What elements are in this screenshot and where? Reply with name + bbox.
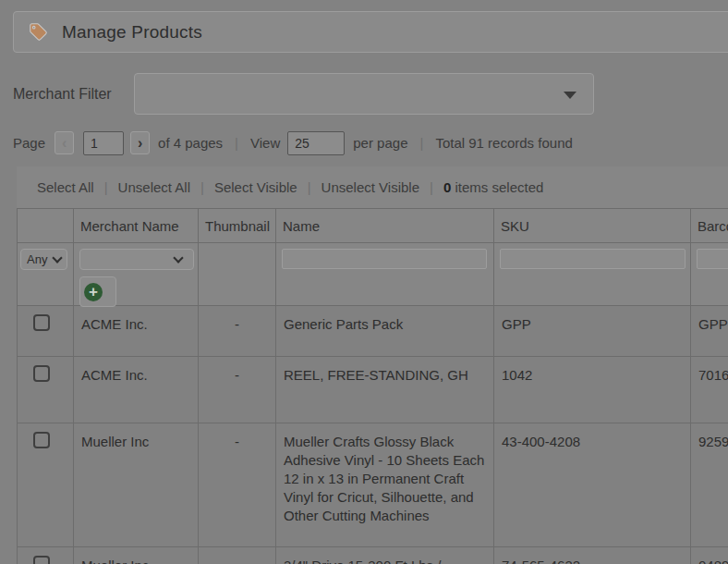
sku-cell: 74-565-4632 xyxy=(494,547,691,564)
chevron-down-icon xyxy=(564,92,576,99)
header-panel: Manage Products xyxy=(13,11,728,53)
table-header-row: Merchant Name Thumbnail Name SKU Barcode xyxy=(17,208,728,242)
pages-count-text: of 4 pages xyxy=(158,135,223,151)
separator: | xyxy=(104,179,108,195)
prev-page-button[interactable]: ‹ xyxy=(55,131,74,154)
merchant-cell: ACME Inc. xyxy=(74,306,199,356)
page-title: Manage Products xyxy=(62,22,202,43)
name-cell: REEL, FREE-STANDING, GH xyxy=(276,357,494,423)
barcode-cell: 92599 xyxy=(691,423,728,546)
barcode-cell: 04893 xyxy=(691,547,728,564)
thumbnail-cell: - xyxy=(199,423,276,546)
sku-filter-input[interactable] xyxy=(500,249,686,269)
column-header-sku: SKU xyxy=(494,209,691,242)
row-checkbox[interactable] xyxy=(33,432,50,448)
table-row: ACME Inc. - Generic Parts Pack GPP GPP xyxy=(17,305,728,356)
merchant-filter-select[interactable] xyxy=(134,73,594,115)
merchant-cell: Mueller Inc xyxy=(74,423,199,546)
separator: | xyxy=(430,179,433,195)
page-label: Page xyxy=(13,135,45,151)
next-page-button[interactable]: › xyxy=(130,131,150,154)
separator: | xyxy=(200,179,204,195)
column-header-checkbox xyxy=(17,209,74,242)
barcode-cell: GPP xyxy=(691,306,728,356)
view-label: View xyxy=(250,135,280,151)
items-selected-text: 0 items selected xyxy=(443,179,543,195)
thumbnail-cell: - xyxy=(199,306,276,356)
row-checkbox[interactable] xyxy=(33,365,50,382)
tag-icon xyxy=(29,22,48,42)
thumbnail-cell: - xyxy=(199,357,276,423)
row-checkbox[interactable] xyxy=(33,556,50,564)
merchant-cell: Mueller Inc xyxy=(74,547,199,564)
merchant-column-filter-select[interactable] xyxy=(79,249,194,270)
barcode-cell: 70166 xyxy=(691,357,728,423)
name-cell: Generic Parts Pack xyxy=(276,306,494,356)
select-all-link[interactable]: Select All xyxy=(37,179,94,195)
table-row: ACME Inc. - REEL, FREE-STANDING, GH 1042… xyxy=(17,356,728,423)
per-page-text: per page xyxy=(353,135,407,151)
column-header-merchant-name: Merchant Name xyxy=(74,209,199,242)
thumbnail-cell: - xyxy=(199,547,276,564)
row-checkbox[interactable] xyxy=(33,314,50,331)
table-row: Mueller Inc - 3/4" Drive 15-300 Ft Lbs /… xyxy=(17,546,728,564)
chevron-right-icon: › xyxy=(138,136,142,151)
merchant-cell: ACME Inc. xyxy=(74,357,199,423)
page-number-input[interactable] xyxy=(83,131,124,155)
per-page-input[interactable] xyxy=(287,131,345,155)
pagination-bar: Page ‹ › of 4 pages | View per page | To… xyxy=(13,130,573,155)
unselect-all-link[interactable]: Unselect All xyxy=(118,179,190,195)
plus-icon: + xyxy=(84,283,103,301)
chevron-left-icon: ‹ xyxy=(62,136,67,151)
table-row: Mueller Inc - Mueller Crafts Glossy Blac… xyxy=(17,423,728,546)
separator: | xyxy=(419,135,423,151)
barcode-filter-input[interactable] xyxy=(697,249,728,269)
table-filter-row: Any + xyxy=(17,242,728,305)
add-filter-button[interactable]: + xyxy=(79,276,116,307)
total-records-text: Total 91 records found xyxy=(435,135,572,151)
column-header-barcode: Barcode xyxy=(691,209,728,242)
sku-cell: GPP xyxy=(494,306,691,356)
sku-cell: 43-400-4208 xyxy=(494,423,691,546)
separator: | xyxy=(235,135,238,151)
merchant-filter-label: Merchant Filter xyxy=(13,86,112,103)
name-cell: Mueller Crafts Glossy Black Adhesive Vin… xyxy=(276,423,494,546)
column-header-thumbnail: Thumbnail xyxy=(199,209,276,242)
column-header-name: Name xyxy=(276,209,494,242)
sku-cell: 1042 xyxy=(494,357,691,423)
name-filter-input[interactable] xyxy=(282,249,487,269)
name-cell: 3/4" Drive 15-300 Ft Lbs / xyxy=(276,547,494,564)
selection-bar: Select All | Unselect All | Select Visib… xyxy=(17,166,728,208)
unselect-visible-link[interactable]: Unselect Visible xyxy=(322,179,419,195)
select-visible-link[interactable]: Select Visible xyxy=(214,179,297,195)
separator: | xyxy=(308,179,311,195)
match-mode-select[interactable]: Any xyxy=(20,249,67,270)
products-table: Select All | Unselect All | Select Visib… xyxy=(17,166,728,564)
